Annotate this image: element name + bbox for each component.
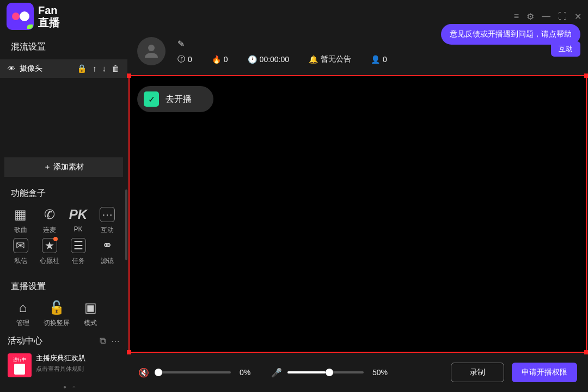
close-icon[interactable]: ✕ xyxy=(574,11,581,22)
app-songs[interactable]: ▦歌曲 xyxy=(8,207,33,235)
mail-icon: ✉ xyxy=(13,238,28,253)
app-name-2: 直播 xyxy=(38,16,60,28)
stat-notice[interactable]: 🔔暂无公告 xyxy=(309,54,351,64)
apply-broadcast-button[interactable]: 申请开播权限 xyxy=(512,363,577,382)
activity-name: 主播庆典狂欢趴 xyxy=(36,353,85,363)
camera-icon: ▣ xyxy=(83,300,98,315)
app-interact[interactable]: ⋯互动 xyxy=(94,207,120,235)
menu-icon[interactable]: ≡ xyxy=(514,11,519,21)
activity-item[interactable]: 进行中 主播庆典狂欢趴 点击查看具体规则 xyxy=(0,351,127,379)
source-label: 摄像头 xyxy=(20,64,42,74)
stat-coin: ⓡ0 xyxy=(177,54,192,64)
mic-icon[interactable]: 🎤 xyxy=(271,367,282,378)
filter-icon: ⚭ xyxy=(100,238,115,253)
list-icon: ☰ xyxy=(71,238,86,253)
person-icon: 👤 xyxy=(371,55,380,64)
mix-settings-title: 混流设置 xyxy=(0,37,127,57)
app-wish[interactable]: ★心愿社 xyxy=(36,238,62,266)
pk-icon: PK xyxy=(71,207,86,222)
setting-mode[interactable]: ▣模式 xyxy=(75,300,106,328)
app-name-1: Fan xyxy=(38,4,60,16)
bell-icon: 🔔 xyxy=(309,55,318,64)
maximize-icon[interactable]: ⛶ xyxy=(558,11,567,21)
add-source-button[interactable]: ＋ 添加素材 xyxy=(4,157,123,177)
toolbox-title: 功能盒子 xyxy=(0,183,127,204)
phone-icon: ✆ xyxy=(42,207,57,222)
eye-icon: 👁 xyxy=(8,64,15,73)
unlock-icon: 🔓 xyxy=(49,300,64,315)
move-up-icon[interactable]: ↑ xyxy=(93,64,97,74)
trash-icon[interactable]: 🗑 xyxy=(112,64,120,74)
gear-icon[interactable]: ⚙ xyxy=(526,11,534,22)
fire-icon: 🔥 xyxy=(212,55,221,64)
svg-point-0 xyxy=(148,45,155,51)
page-dots[interactable]: ● ○ xyxy=(63,384,78,390)
edit-icon[interactable]: ✎ xyxy=(177,39,387,49)
go-live-button[interactable]: ✓ 去开播 xyxy=(137,86,213,112)
speaker-muted-icon[interactable]: 🔇 xyxy=(138,367,149,378)
chat-icon: ⋯ xyxy=(100,207,115,222)
speaker-volume[interactable]: 🔇 0% xyxy=(138,367,264,378)
activity-title: 活动中心 xyxy=(8,335,42,347)
app-logo: Fan直播 xyxy=(7,3,60,30)
clock-icon: 🕐 xyxy=(248,55,257,64)
app-pk[interactable]: PKPK xyxy=(65,207,91,235)
help-bubble[interactable]: 意见反馈或开播遇到问题，请点帮助 xyxy=(441,24,580,45)
live-settings-title: 直播设置 xyxy=(0,277,127,297)
lock-icon[interactable]: 🔒 xyxy=(77,64,87,74)
mic-volume[interactable]: 🎤 50% xyxy=(271,367,396,378)
coin-icon: ⓡ xyxy=(177,54,185,64)
shield-icon: ⌂ xyxy=(15,300,30,315)
stat-fire: 🔥0 xyxy=(212,55,228,64)
app-tasks[interactable]: ☰任务 xyxy=(65,238,91,266)
stat-time: 🕐00:00:00 xyxy=(248,55,290,64)
minimize-icon[interactable]: — xyxy=(542,11,550,21)
pip-icon[interactable]: ⧉ xyxy=(100,336,106,346)
record-button[interactable]: 录制 xyxy=(451,363,504,382)
source-item-camera[interactable]: 👁摄像头 🔒 ↑ ↓ 🗑 xyxy=(0,59,127,78)
setting-manage[interactable]: ⌂管理 xyxy=(8,300,38,328)
app-filter[interactable]: ⚭滤镜 xyxy=(94,238,120,266)
setting-rotate[interactable]: 🔓切换竖屏 xyxy=(41,300,72,328)
app-lianmai[interactable]: ✆连麦 xyxy=(36,207,62,235)
move-down-icon[interactable]: ↓ xyxy=(102,64,107,74)
avatar[interactable] xyxy=(137,37,166,65)
grid-icon: ▦ xyxy=(13,207,28,222)
clipboard-check-icon: ✓ xyxy=(144,91,159,107)
stat-viewers: 👤0 xyxy=(371,55,387,64)
more-icon[interactable]: ⋯ xyxy=(111,336,120,346)
app-dm[interactable]: ✉私信 xyxy=(8,238,33,266)
activity-sub: 点击查看具体规则 xyxy=(36,365,85,373)
preview-canvas[interactable]: ✓ 去开播 xyxy=(128,75,587,353)
activity-thumb: 进行中 xyxy=(8,353,32,377)
